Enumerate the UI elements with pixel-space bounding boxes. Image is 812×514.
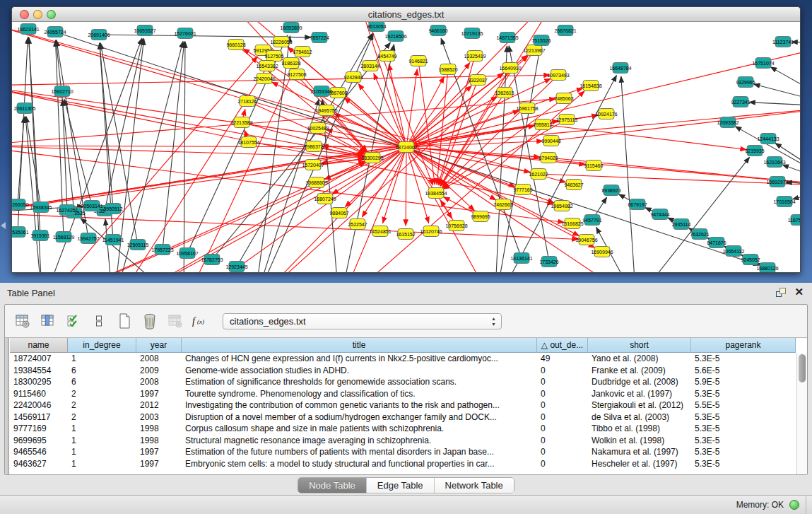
graph-node[interactable]: 7986372 xyxy=(304,141,323,152)
graph-node[interactable]: 15720407 xyxy=(302,160,324,170)
column-header-title[interactable]: title xyxy=(182,338,537,353)
graph-node[interactable]: 7632621 xyxy=(690,229,709,240)
column-header-year[interactable]: year xyxy=(136,338,182,353)
graph-node[interactable]: 16961758 xyxy=(516,103,538,114)
graph-node[interactable]: 7485063 xyxy=(554,93,573,104)
vertical-scrollbar[interactable] xyxy=(796,353,807,474)
graph-node[interactable]: 8215935 xyxy=(745,146,764,156)
graph-edge[interactable] xyxy=(749,103,800,107)
graph-node[interactable]: 16648784 xyxy=(609,63,631,74)
graph-node[interactable]: 24055724 xyxy=(44,27,66,37)
function-builder-icon[interactable]: f(x) xyxy=(192,312,210,330)
network-window-titlebar[interactable]: citations_edges.txt xyxy=(12,7,800,22)
graph-node[interactable]: 1733426 xyxy=(539,257,558,267)
graph-edge[interactable] xyxy=(12,99,555,146)
graph-node[interactable]: 18724007 xyxy=(395,142,417,153)
graph-node[interactable]: 15276021 xyxy=(174,28,196,39)
graph-node[interactable]: 18535061 xyxy=(12,227,29,238)
graph-node[interactable]: 16274251 xyxy=(56,205,78,216)
network-table-selector[interactable]: citations_edges.txt ▲▼ xyxy=(223,313,502,329)
graph-node[interactable]: 9660128 xyxy=(226,40,245,50)
collapse-handle-icon[interactable] xyxy=(1,222,6,229)
graph-node[interactable]: 9245052 xyxy=(741,255,760,265)
graph-node[interactable]: 17957223 xyxy=(151,245,173,255)
graph-node[interactable]: 1621022 xyxy=(529,169,548,180)
graph-edge[interactable] xyxy=(339,91,584,272)
graph-node[interactable]: 11675334 xyxy=(788,215,800,226)
graph-edge[interactable] xyxy=(18,117,24,204)
graph-node[interactable]: 19654982 xyxy=(551,201,572,211)
graph-node[interactable]: 20503141 xyxy=(81,201,102,211)
graph-node[interactable]: 9777169 xyxy=(513,185,532,195)
graph-node[interactable]: 6679197 xyxy=(628,199,647,210)
graph-node[interactable]: 19218506 xyxy=(384,31,406,42)
table-row[interactable]: 977716911998Corpus callosum shape and si… xyxy=(10,423,796,435)
column-header-pagerank[interactable]: pagerank xyxy=(691,338,796,353)
graph-node[interactable]: 9127505 xyxy=(264,51,283,62)
graph-node[interactable]: 10973493 xyxy=(547,70,569,81)
graph-node[interactable]: 9990448 xyxy=(541,136,560,146)
close-panel-icon[interactable]: ✕ xyxy=(794,287,804,297)
graph-node[interactable]: 9457791 xyxy=(582,215,601,226)
graph-node[interactable]: 10654112 xyxy=(723,246,745,257)
row-height-icon[interactable] xyxy=(90,312,108,330)
table-row[interactable]: 1872400712008Changes of HCN gene express… xyxy=(10,353,796,365)
graph-node[interactable]: 1588520 xyxy=(438,64,457,75)
graph-node[interactable]: 12093582 xyxy=(717,117,739,128)
graph-node[interactable]: 7955812 xyxy=(533,119,552,130)
table-row[interactable]: 946362711997Embryonic stem cells: a mode… xyxy=(10,458,796,470)
graph-node[interactable]: 19046756 xyxy=(575,235,597,245)
graph-edge[interactable] xyxy=(406,43,800,147)
graph-node[interactable]: 12213967 xyxy=(523,45,545,56)
column-header-name[interactable]: name xyxy=(10,338,68,353)
graph-node[interactable]: 1754612 xyxy=(293,47,312,57)
graph-node[interactable]: 19495756 xyxy=(315,105,337,116)
citation-network-graph[interactable]: 1872400718300295193845548454749914682115… xyxy=(12,22,800,272)
graph-edge[interactable] xyxy=(100,43,113,209)
graph-node[interactable]: 20691406 xyxy=(88,30,110,40)
graph-node[interactable]: 15751074 xyxy=(752,58,774,69)
graph-node[interactable]: 10653527 xyxy=(134,25,155,36)
graph-node[interactable]: 16880126 xyxy=(756,263,778,273)
graph-node[interactable]: 8322037 xyxy=(468,75,487,86)
graph-node[interactable]: 16782753 xyxy=(201,255,223,265)
graph-edge[interactable] xyxy=(770,67,800,107)
trash-icon[interactable] xyxy=(141,312,159,330)
graph-edge[interactable] xyxy=(543,124,746,150)
column-header-out_de[interactable]: △ out_de... xyxy=(537,338,588,353)
table-row[interactable]: 911546021997Tourette syndrome. Phenomeno… xyxy=(10,388,796,400)
graph-node[interactable]: 9227341 xyxy=(731,97,750,107)
graph-edge[interactable] xyxy=(163,42,184,250)
graph-node[interactable]: 2718126 xyxy=(237,96,257,107)
graph-node[interactable]: 18226058 xyxy=(270,37,292,47)
graph-node[interactable]: 8613054 xyxy=(367,22,386,32)
graph-node[interactable]: 9146821 xyxy=(408,56,428,66)
graph-node[interactable]: 9474444 xyxy=(650,209,669,220)
column-header-short[interactable]: short xyxy=(588,338,691,353)
graph-node[interactable]: 16154838 xyxy=(579,81,601,91)
graph-node[interactable]: 9463627 xyxy=(564,180,583,190)
graph-node[interactable]: 13942757 xyxy=(77,233,99,244)
graph-node[interactable]: 9329965 xyxy=(736,77,755,88)
graph-node[interactable]: 10025488 xyxy=(307,123,329,134)
graph-node[interactable]: 11451941 xyxy=(102,235,124,245)
graph-node[interactable]: 10719135 xyxy=(461,28,483,39)
graph-node[interactable]: 8454749 xyxy=(377,51,396,62)
graph-node[interactable]: 9466160 xyxy=(428,25,447,36)
graph-node[interactable]: 9242844 xyxy=(343,72,363,83)
tab-edge-table[interactable]: Edge Table xyxy=(367,478,435,493)
column-header-in_degree[interactable]: in_degree xyxy=(68,338,136,353)
delete-table-icon[interactable] xyxy=(166,312,184,330)
graph-node[interactable]: 10688609 xyxy=(305,177,327,188)
graph-edge[interactable] xyxy=(64,100,92,206)
table-row[interactable]: 1456911722003Disruption of a novel membe… xyxy=(10,411,796,424)
graph-node[interactable]: 9899695 xyxy=(471,211,490,222)
graph-node[interactable]: 18300295 xyxy=(361,153,383,163)
graph-node[interactable]: 5950512 xyxy=(103,204,122,214)
graph-edge[interactable] xyxy=(184,59,299,272)
graph-node[interactable]: 17016504 xyxy=(773,197,795,207)
graph-node[interactable]: 2522547 xyxy=(348,219,367,230)
graph-edge[interactable] xyxy=(621,76,636,272)
graph-edge[interactable] xyxy=(42,57,257,272)
graph-node[interactable]: 9127508 xyxy=(287,69,306,80)
